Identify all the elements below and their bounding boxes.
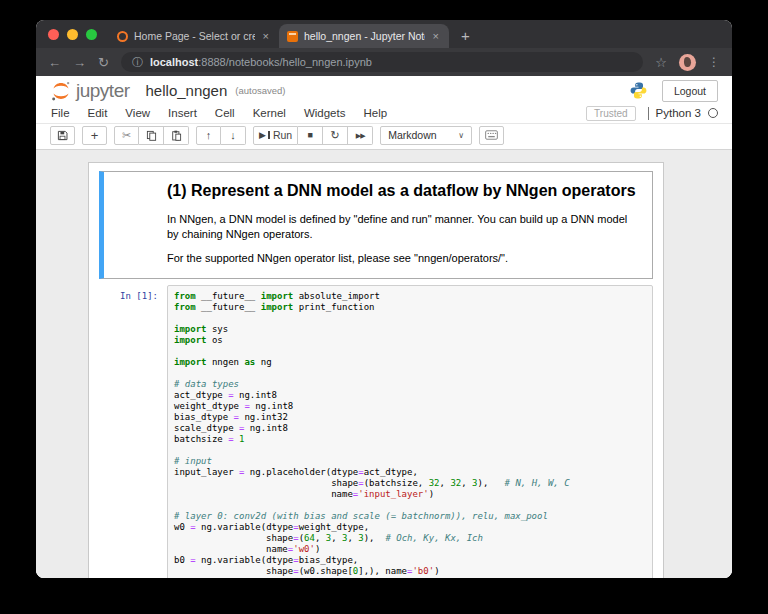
notebook-title[interactable]: hello_nngen: [146, 82, 228, 99]
move-cell-down-button[interactable]: ↓: [221, 126, 246, 145]
reload-icon[interactable]: ↻: [98, 56, 109, 69]
jupyter-logo-text: jupyter: [76, 80, 130, 102]
tab-close-icon[interactable]: ×: [261, 30, 271, 42]
code-editor[interactable]: from __future__ import absolute_importfr…: [167, 285, 653, 578]
kernel-idle-indicator: [708, 108, 718, 118]
kernel-name: Python 3: [656, 107, 701, 119]
keyboard-icon: [485, 130, 498, 140]
restart-icon: ↻: [331, 130, 340, 141]
kernel-divider: [648, 107, 649, 120]
move-cell-up-button[interactable]: ↑: [196, 126, 221, 145]
trusted-badge: Trusted: [586, 106, 636, 121]
url-input[interactable]: ⓘ localhost:8888/notebooks/hello_nngen.i…: [121, 52, 643, 72]
jupyter-logo-icon[interactable]: jupyter: [50, 80, 130, 102]
copy-cell-button[interactable]: [139, 126, 164, 145]
site-info-icon[interactable]: ⓘ: [132, 55, 143, 70]
browser-tab-notebook[interactable]: hello_nngen - Jupyter Noteboo ×: [279, 24, 449, 48]
save-button[interactable]: [50, 126, 75, 145]
restart-run-all-button[interactable]: ▶▶: [348, 126, 373, 145]
jupyter-page: jupyter hello_nngen (autosaved) Logout F…: [36, 76, 732, 578]
window-controls: [36, 29, 109, 48]
new-tab-button[interactable]: +: [449, 27, 482, 48]
python-logo-icon: [629, 81, 648, 100]
bookmark-star-icon[interactable]: ☆: [655, 55, 667, 70]
menu-widgets[interactable]: Widgets: [295, 107, 355, 119]
close-window-button[interactable]: [48, 29, 59, 40]
run-icon-bar: [268, 131, 270, 139]
markdown-heading: (1) Represent a DNN model as a dataflow …: [167, 182, 640, 200]
menu-kernel[interactable]: Kernel: [244, 107, 295, 119]
menu-file[interactable]: File: [42, 107, 79, 119]
command-palette-button[interactable]: [479, 126, 504, 145]
chevron-down-icon: ∨: [458, 131, 464, 140]
copy-icon: [146, 130, 157, 141]
interrupt-kernel-button[interactable]: ■: [298, 126, 323, 145]
profile-avatar[interactable]: [679, 54, 696, 71]
cut-icon: ✂: [122, 130, 131, 141]
input-prompt: In [1]:: [99, 285, 167, 301]
paste-icon: [171, 130, 182, 141]
markdown-cell[interactable]: (1) Represent a DNN model as a dataflow …: [99, 171, 653, 279]
jupyter-ring-favicon: [117, 31, 128, 42]
browser-window: Home Page - Select or create × hello_nng…: [36, 20, 732, 578]
notebook-body: (1) Represent a DNN model as a dataflow …: [36, 150, 732, 578]
logout-button[interactable]: Logout: [662, 80, 718, 102]
restart-kernel-button[interactable]: ↻: [323, 126, 348, 145]
fast-forward-icon: ▶▶: [356, 132, 365, 139]
tab-title: hello_nngen - Jupyter Noteboo: [304, 30, 425, 42]
add-cell-button[interactable]: +: [82, 126, 107, 145]
browser-tab-strip: Home Page - Select or create × hello_nng…: [36, 20, 732, 48]
notebook-container: (1) Represent a DNN model as a dataflow …: [88, 162, 664, 578]
menu-view[interactable]: View: [116, 107, 159, 119]
menu-edit[interactable]: Edit: [79, 107, 117, 119]
notebook-header: jupyter hello_nngen (autosaved) Logout: [36, 76, 732, 103]
notebook-favicon: [287, 31, 298, 42]
cell-type-dropdown[interactable]: Markdown ∨: [380, 126, 472, 145]
autosave-status: (autosaved): [235, 85, 285, 96]
arrow-down-icon: ↓: [230, 130, 236, 141]
cut-cell-button[interactable]: ✂: [114, 126, 139, 145]
zoom-window-button[interactable]: [86, 29, 97, 40]
markdown-paragraph: For the supported NNgen operator list, p…: [167, 251, 640, 266]
forward-icon[interactable]: →: [73, 56, 86, 69]
code-content: from __future__ import absolute_importfr…: [174, 291, 646, 578]
tab-close-icon[interactable]: ×: [431, 30, 441, 42]
url-host: localhost: [150, 56, 198, 68]
markdown-paragraph: In NNgen, a DNN model is defined by "def…: [167, 212, 640, 242]
menu-insert[interactable]: Insert: [159, 107, 206, 119]
notebook-toolbar: + ✂ ↑ ↓ ▶ Run ■ ↻: [36, 124, 732, 150]
code-cell[interactable]: In [1]: from __future__ import absolute_…: [99, 285, 653, 578]
tab-title: Home Page - Select or create: [134, 30, 255, 42]
menu-help[interactable]: Help: [354, 107, 396, 119]
url-path: :8888/notebooks/hello_nngen.ipynb: [198, 56, 372, 68]
browser-menu-icon[interactable]: ⋮: [708, 55, 720, 69]
arrow-up-icon: ↑: [206, 130, 212, 141]
notebook-menubar: File Edit View Insert Cell Kernel Widget…: [36, 103, 732, 124]
paste-cell-button[interactable]: [164, 126, 189, 145]
save-icon: [57, 130, 68, 141]
back-icon[interactable]: ←: [48, 56, 61, 69]
minimize-window-button[interactable]: [67, 29, 78, 40]
stop-icon: ■: [307, 131, 312, 140]
run-cell-button[interactable]: ▶ Run: [253, 126, 298, 145]
menu-cell[interactable]: Cell: [206, 107, 244, 119]
browser-tab-home[interactable]: Home Page - Select or create ×: [109, 24, 279, 48]
browser-address-bar: ← → ↻ ⓘ localhost:8888/notebooks/hello_n…: [36, 48, 732, 76]
run-icon: ▶: [259, 131, 266, 140]
